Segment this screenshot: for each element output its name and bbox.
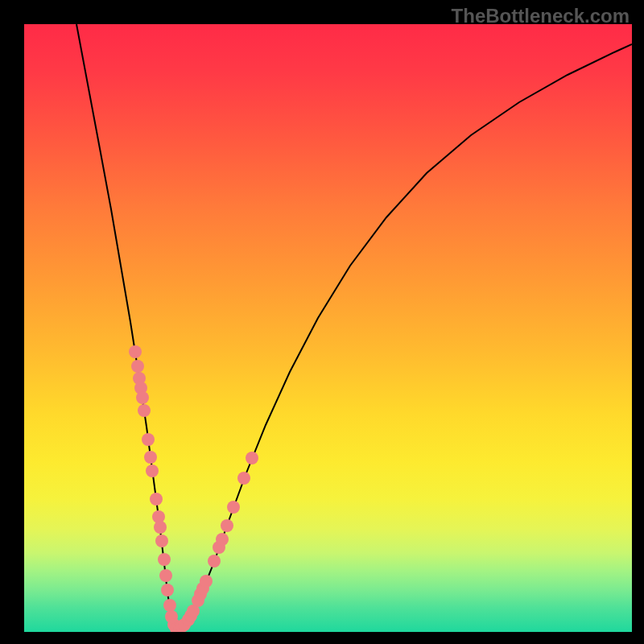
data-dot — [237, 472, 250, 485]
data-dot — [216, 533, 229, 546]
data-dot — [221, 519, 233, 532]
data-dot — [142, 433, 155, 446]
data-dot — [150, 493, 163, 506]
data-dot — [138, 404, 151, 417]
data-dot — [163, 599, 176, 612]
data-dot — [146, 464, 159, 477]
data-dot — [154, 521, 167, 534]
chart-svg — [24, 24, 632, 632]
data-dots-group — [129, 345, 258, 632]
data-dot — [159, 569, 172, 582]
data-dot — [227, 501, 240, 514]
data-dot — [158, 553, 171, 566]
data-dot — [161, 584, 174, 597]
data-dot — [129, 345, 142, 358]
data-dot — [144, 451, 157, 464]
data-dot — [136, 391, 149, 404]
data-dot — [246, 452, 258, 464]
watermark-text: TheBottleneck.com — [452, 5, 630, 27]
data-dot — [208, 555, 221, 568]
data-dot — [200, 575, 213, 588]
data-dot — [131, 360, 144, 373]
data-dot — [155, 535, 168, 547]
